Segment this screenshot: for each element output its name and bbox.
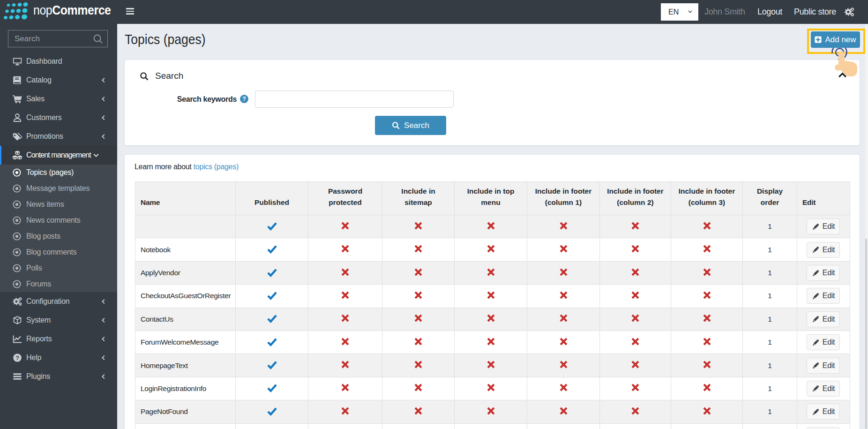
- svg-text:?: ?: [15, 355, 19, 361]
